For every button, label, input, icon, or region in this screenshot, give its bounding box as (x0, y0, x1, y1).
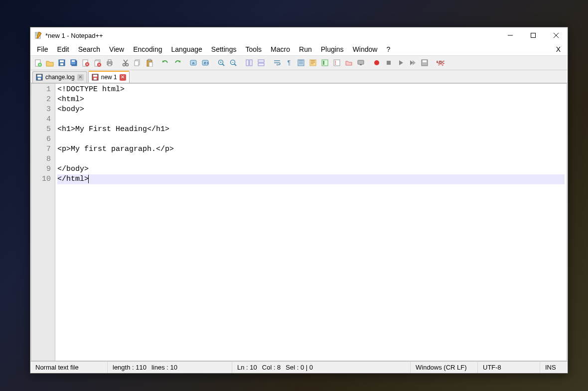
minimize-button[interactable] (499, 27, 522, 43)
all-chars-icon[interactable]: ¶ (284, 57, 294, 68)
menu-encoding[interactable]: Encoding (129, 44, 166, 54)
status-filetype: Normal text file (30, 362, 108, 373)
notepad-app-icon (34, 31, 42, 39)
svg-point-50 (374, 60, 379, 65)
svg-rect-60 (94, 78, 97, 80)
disk-red-icon (92, 74, 99, 81)
window-title: *new 1 - Notepad++ (45, 32, 103, 39)
close-icon[interactable] (80, 57, 91, 68)
sync-v-icon[interactable] (244, 57, 255, 68)
svg-rect-51 (387, 61, 391, 65)
find-icon[interactable]: a (188, 57, 199, 68)
svg-rect-24 (135, 61, 139, 66)
save-macro-icon[interactable] (419, 57, 430, 68)
svg-rect-53 (423, 60, 427, 62)
maximize-button[interactable] (522, 27, 545, 43)
code-line-8[interactable] (57, 154, 565, 164)
svg-rect-35 (246, 60, 249, 66)
folder-icon[interactable] (343, 57, 354, 68)
svg-rect-49 (360, 64, 362, 65)
menu-settings[interactable]: Settings (207, 44, 241, 54)
document-tab-bar: change.log✕new 1✕ (30, 70, 568, 83)
titlebar[interactable]: *new 1 - Notepad++ (30, 27, 568, 43)
svg-rect-2 (531, 33, 536, 38)
doc-map-icon[interactable] (319, 57, 330, 68)
tab-close-button[interactable]: ✕ (120, 74, 126, 81)
close-all-icon[interactable] (92, 57, 103, 68)
code-line-6[interactable] (57, 134, 565, 144)
spellcheck-icon[interactable]: ABC (435, 57, 446, 68)
menu-plugins[interactable]: Plugins (316, 44, 348, 54)
menu-macro[interactable]: Macro (266, 44, 294, 54)
svg-rect-59 (93, 75, 97, 77)
new-file-icon[interactable] (32, 57, 43, 68)
close-window-button[interactable] (545, 27, 568, 43)
statusbar: Normal text file length : 110lines : 10 … (30, 361, 568, 373)
code-line-5[interactable]: <h1>My First Heading</h1> (57, 125, 565, 134)
cut-icon[interactable] (120, 57, 131, 68)
play-multi-icon[interactable] (407, 57, 418, 68)
func-list-icon[interactable] (331, 57, 342, 68)
code-editor[interactable]: <!DOCTYPE html><html><body><h1>My First … (55, 84, 567, 361)
svg-rect-37 (258, 60, 264, 62)
menu-edit[interactable]: Edit (53, 44, 74, 54)
window-controls (499, 27, 568, 43)
status-position: Ln : 10Col : 8Sel : 0 | 0 (232, 362, 411, 373)
document-tab-0[interactable]: change.log✕ (32, 71, 87, 83)
code-line-2[interactable]: <html> (57, 95, 565, 105)
close-document-button[interactable]: X (551, 44, 566, 54)
svg-rect-56 (37, 75, 41, 77)
disk-blue-icon (36, 74, 43, 81)
save-icon[interactable] (56, 57, 67, 68)
menubar: FileEditSearchViewEncodingLanguageSettin… (30, 43, 568, 55)
svg-rect-44 (334, 60, 340, 66)
code-line-1[interactable]: <!DOCTYPE html> (57, 85, 565, 95)
redo-icon[interactable] (172, 57, 183, 68)
play-icon[interactable] (395, 57, 406, 68)
menu-search[interactable]: Search (74, 44, 105, 54)
code-line-9[interactable]: </body> (57, 164, 565, 174)
svg-text:a: a (204, 61, 206, 65)
undo-icon[interactable] (160, 57, 171, 68)
wrap-icon[interactable] (272, 57, 283, 68)
code-line-4[interactable] (57, 115, 565, 125)
open-file-icon[interactable] (44, 57, 55, 68)
sync-h-icon[interactable] (256, 57, 267, 68)
svg-rect-8 (60, 60, 64, 62)
code-line-10[interactable]: </html> (57, 174, 565, 184)
monitor-icon[interactable] (355, 57, 366, 68)
menu-view[interactable]: View (105, 44, 129, 54)
zoom-out-icon[interactable] (228, 57, 239, 68)
menu-window[interactable]: Window (348, 44, 382, 54)
svg-point-46 (335, 62, 336, 63)
stop-icon[interactable] (383, 57, 394, 68)
menu-file[interactable]: File (32, 44, 53, 54)
svg-text:¶: ¶ (288, 59, 291, 66)
svg-rect-36 (250, 60, 252, 66)
tab-close-button[interactable]: ✕ (77, 74, 84, 81)
menu-run[interactable]: Run (294, 44, 316, 54)
zoom-in-icon[interactable] (216, 57, 227, 68)
record-icon[interactable] (371, 57, 382, 68)
svg-point-47 (335, 64, 336, 65)
svg-rect-48 (358, 60, 364, 64)
code-line-3[interactable]: <body> (57, 105, 565, 115)
menu-help[interactable]: ? (382, 44, 395, 54)
copy-icon[interactable] (132, 57, 143, 68)
paste-icon[interactable] (144, 57, 155, 68)
svg-rect-57 (38, 78, 41, 80)
replace-icon[interactable]: ab (200, 57, 211, 68)
menu-tools[interactable]: Tools (241, 44, 266, 54)
svg-rect-9 (60, 63, 63, 65)
document-tab-1[interactable]: new 1✕ (88, 71, 130, 83)
print-icon[interactable] (104, 57, 115, 68)
code-line-7[interactable]: <p>My first paragraph.</p> (57, 144, 565, 154)
editor-area: 12345678910 <!DOCTYPE html><html><body><… (31, 83, 567, 361)
udl-icon[interactable] (307, 57, 318, 68)
save-all-icon[interactable] (68, 57, 79, 68)
svg-rect-19 (108, 60, 111, 62)
status-encoding: UTF-8 (478, 362, 540, 373)
menu-language[interactable]: Language (167, 44, 207, 54)
status-eol: Windows (CR LF) (411, 362, 478, 373)
indent-guide-icon[interactable] (295, 57, 306, 68)
